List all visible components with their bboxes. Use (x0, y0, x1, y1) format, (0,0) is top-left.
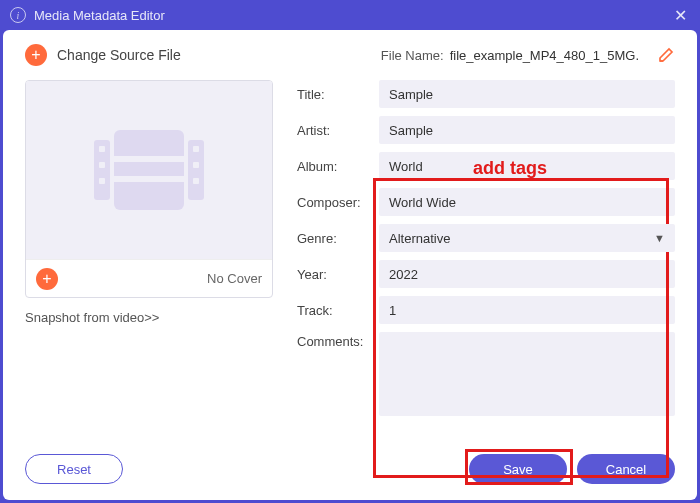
label-genre: Genre: (297, 231, 375, 246)
save-button[interactable]: Save (469, 454, 567, 484)
label-title: Title: (297, 87, 375, 102)
filename-label: File Name: (381, 48, 444, 63)
no-cover-label: No Cover (68, 271, 262, 286)
window: i Media Metadata Editor ✕ + Change Sourc… (0, 0, 700, 503)
edit-icon[interactable] (657, 46, 675, 64)
titlebar: i Media Metadata Editor ✕ (0, 0, 700, 30)
header-row: + Change Source File File Name: file_exa… (3, 30, 697, 76)
comments-field[interactable] (379, 332, 675, 416)
footer: Reset Save Cancel (3, 438, 697, 500)
label-composer: Composer: (297, 195, 375, 210)
label-year: Year: (297, 267, 375, 282)
form-grid: Title: Artist: Album: Composer: Genre: ▼ (297, 80, 675, 416)
title-field[interactable] (379, 80, 675, 108)
genre-select[interactable]: ▼ (379, 224, 675, 252)
filename-value: file_example_MP4_480_1_5MG. (450, 48, 639, 63)
artist-field[interactable] (379, 116, 675, 144)
form-area: add tags (3, 76, 697, 438)
cover-preview (26, 81, 272, 259)
fields-column: Title: Artist: Album: Composer: Genre: ▼ (297, 80, 675, 416)
close-icon[interactable]: ✕ (670, 6, 690, 25)
label-artist: Artist: (297, 123, 375, 138)
video-placeholder-icon (94, 130, 204, 210)
change-source-button[interactable]: + (25, 44, 47, 66)
cover-box: + No Cover (25, 80, 273, 298)
cover-column: + No Cover Snapshot from video>> (25, 80, 273, 416)
composer-field[interactable] (379, 188, 675, 216)
change-source-label: Change Source File (57, 47, 381, 63)
label-comments: Comments: (297, 332, 375, 349)
cancel-button[interactable]: Cancel (577, 454, 675, 484)
window-title: Media Metadata Editor (34, 8, 670, 23)
label-album: Album: (297, 159, 375, 174)
reset-button[interactable]: Reset (25, 454, 123, 484)
track-field[interactable] (379, 296, 675, 324)
info-icon: i (10, 7, 26, 23)
add-cover-button[interactable]: + (36, 268, 58, 290)
genre-field[interactable] (379, 224, 675, 252)
content-panel: + Change Source File File Name: file_exa… (3, 30, 697, 500)
label-track: Track: (297, 303, 375, 318)
annotation-add-tags: add tags (473, 158, 547, 179)
snapshot-link[interactable]: Snapshot from video>> (25, 310, 273, 325)
cover-footer: + No Cover (26, 259, 272, 297)
year-field[interactable] (379, 260, 675, 288)
